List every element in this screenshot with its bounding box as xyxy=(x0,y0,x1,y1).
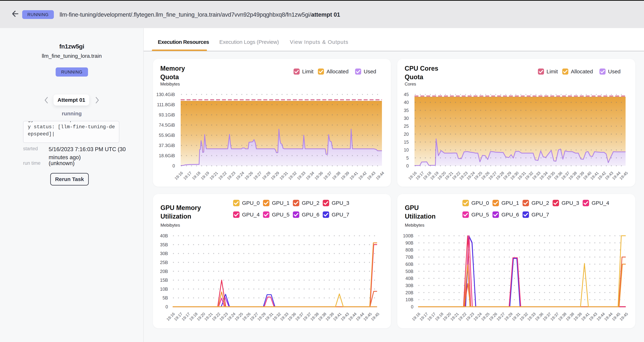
svg-text:19:45: 19:45 xyxy=(362,312,373,322)
svg-text:19:38: 19:38 xyxy=(317,312,327,322)
svg-text:40B: 40B xyxy=(160,233,168,238)
svg-text:19:36: 19:36 xyxy=(534,312,544,322)
svg-text:10B: 10B xyxy=(160,286,168,292)
svg-text:19:24: 19:24 xyxy=(466,171,476,181)
svg-text:19:39: 19:39 xyxy=(575,171,585,181)
svg-text:19:41: 19:41 xyxy=(349,171,359,181)
svg-text:30B: 30B xyxy=(406,283,414,288)
svg-text:19:39: 19:39 xyxy=(340,171,350,181)
svg-text:19:44: 19:44 xyxy=(604,312,614,322)
svg-text:19:37: 19:37 xyxy=(542,312,552,322)
svg-text:19:24: 19:24 xyxy=(235,171,245,181)
svg-text:19:26: 19:26 xyxy=(244,171,254,181)
svg-text:19:27: 19:27 xyxy=(496,312,506,322)
svg-text:25B: 25B xyxy=(160,260,168,265)
svg-text:20B: 20B xyxy=(406,290,414,295)
svg-text:19:23: 19:23 xyxy=(218,312,229,322)
svg-text:40: 40 xyxy=(404,100,409,105)
svg-text:19:33: 19:33 xyxy=(296,171,306,181)
svg-text:130.4GiB: 130.4GiB xyxy=(156,92,175,97)
svg-text:19:22: 19:22 xyxy=(457,312,468,322)
svg-text:19:23: 19:23 xyxy=(226,171,236,181)
svg-text:19:37: 19:37 xyxy=(560,171,570,181)
svg-text:19:18: 19:18 xyxy=(422,171,432,181)
svg-text:19:16: 19:16 xyxy=(408,171,418,181)
svg-text:19:23: 19:23 xyxy=(458,171,469,181)
svg-text:20B: 20B xyxy=(160,269,168,274)
svg-text:19:32: 19:32 xyxy=(519,312,529,322)
svg-text:19:43: 19:43 xyxy=(366,171,376,181)
svg-text:19:36: 19:36 xyxy=(287,312,297,322)
svg-text:19:33: 19:33 xyxy=(531,171,542,181)
svg-text:19:25: 19:25 xyxy=(234,312,244,322)
svg-text:19:44: 19:44 xyxy=(348,312,358,322)
svg-text:55.9GiB: 55.9GiB xyxy=(159,133,175,138)
svg-text:19:26: 19:26 xyxy=(241,312,252,322)
svg-text:19:28: 19:28 xyxy=(495,171,505,181)
svg-text:19:21: 19:21 xyxy=(444,171,454,181)
svg-text:100B: 100B xyxy=(403,233,414,238)
svg-text:93.1GiB: 93.1GiB xyxy=(159,112,175,117)
svg-text:19:16: 19:16 xyxy=(166,312,176,322)
svg-text:19:29: 19:29 xyxy=(270,171,280,181)
svg-text:19:40: 19:40 xyxy=(582,171,592,181)
svg-text:70B: 70B xyxy=(406,254,414,260)
svg-text:19:33: 19:33 xyxy=(279,312,290,322)
svg-text:19:38: 19:38 xyxy=(557,312,568,322)
svg-text:19:19: 19:19 xyxy=(429,171,440,181)
svg-text:19:20: 19:20 xyxy=(196,312,206,322)
svg-text:19:37: 19:37 xyxy=(322,171,332,181)
svg-text:19:41: 19:41 xyxy=(332,312,342,322)
svg-text:60B: 60B xyxy=(406,262,414,267)
svg-text:19:31: 19:31 xyxy=(279,171,289,181)
svg-text:19:16: 19:16 xyxy=(411,312,421,322)
svg-text:19:44: 19:44 xyxy=(611,171,622,181)
svg-text:19:23: 19:23 xyxy=(465,312,475,322)
svg-text:19:26: 19:26 xyxy=(488,312,498,322)
svg-text:19:27: 19:27 xyxy=(249,312,259,322)
svg-text:19:17: 19:17 xyxy=(182,171,193,181)
svg-text:19:21: 19:21 xyxy=(450,312,460,322)
svg-text:19:17: 19:17 xyxy=(173,312,183,322)
svg-text:19:45: 19:45 xyxy=(619,312,629,322)
svg-text:19:20: 19:20 xyxy=(437,171,447,181)
svg-text:45: 45 xyxy=(404,92,409,97)
svg-text:19:39: 19:39 xyxy=(325,312,335,322)
svg-text:19:29: 19:29 xyxy=(502,171,512,181)
svg-text:19:34: 19:34 xyxy=(538,171,549,181)
svg-text:19:36: 19:36 xyxy=(314,171,324,181)
svg-text:19:17: 19:17 xyxy=(181,312,191,322)
svg-text:19:45: 19:45 xyxy=(618,171,629,181)
svg-text:19:38: 19:38 xyxy=(310,312,320,322)
svg-text:19:31: 19:31 xyxy=(511,312,521,322)
svg-text:18.6GiB: 18.6GiB xyxy=(159,153,175,158)
svg-text:19:25: 19:25 xyxy=(480,312,490,322)
svg-text:19:38: 19:38 xyxy=(565,312,575,322)
svg-text:19:29: 19:29 xyxy=(256,312,267,322)
svg-text:19:43: 19:43 xyxy=(604,171,614,181)
svg-text:19:28: 19:28 xyxy=(261,171,271,181)
svg-text:19:24: 19:24 xyxy=(472,312,483,322)
svg-text:0: 0 xyxy=(411,304,414,309)
svg-text:19:26: 19:26 xyxy=(480,171,490,181)
svg-text:19:21: 19:21 xyxy=(209,171,219,181)
svg-text:19:39: 19:39 xyxy=(572,312,583,322)
svg-text:19:44: 19:44 xyxy=(596,312,606,322)
svg-text:19:42: 19:42 xyxy=(597,171,607,181)
svg-text:19:32: 19:32 xyxy=(288,171,298,181)
svg-text:80B: 80B xyxy=(406,248,414,252)
svg-text:19:22: 19:22 xyxy=(218,171,228,181)
svg-text:0: 0 xyxy=(406,163,409,168)
svg-text:0: 0 xyxy=(166,304,168,309)
svg-text:19:38: 19:38 xyxy=(331,171,341,181)
svg-text:111.8GiB: 111.8GiB xyxy=(157,102,175,107)
svg-text:19:22: 19:22 xyxy=(451,171,461,181)
svg-text:19:22: 19:22 xyxy=(211,312,221,322)
svg-text:19:25: 19:25 xyxy=(473,171,483,181)
svg-text:19:29: 19:29 xyxy=(504,312,514,322)
svg-text:19:18: 19:18 xyxy=(188,312,198,322)
svg-text:19:18: 19:18 xyxy=(434,312,444,322)
svg-text:19:21: 19:21 xyxy=(204,312,214,322)
svg-text:15B: 15B xyxy=(160,278,168,282)
svg-text:19:32: 19:32 xyxy=(272,312,282,322)
